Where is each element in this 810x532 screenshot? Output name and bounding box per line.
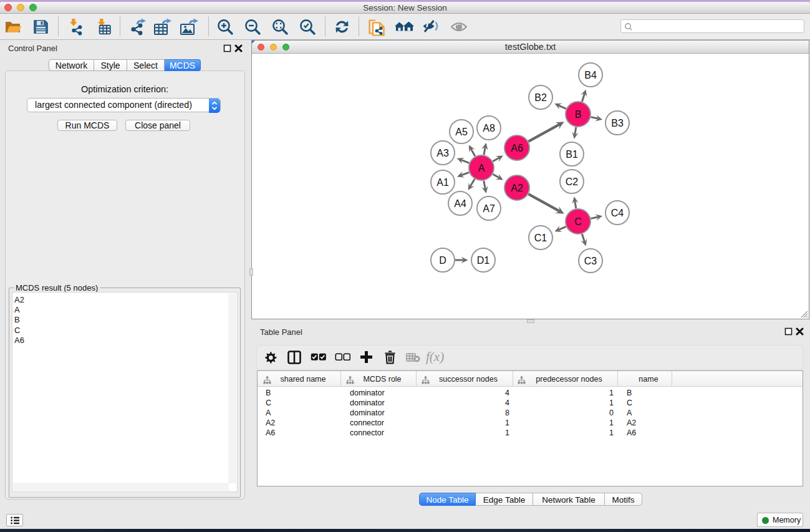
- svg-text:A4: A4: [454, 198, 466, 209]
- svg-text:A7: A7: [483, 203, 495, 214]
- svg-text:A5: A5: [455, 127, 468, 137]
- svg-text:C1: C1: [534, 233, 547, 243]
- svg-text:A8: A8: [483, 123, 495, 133]
- svg-text:D1: D1: [477, 255, 490, 266]
- svg-text:A3: A3: [436, 148, 449, 158]
- svg-text:A: A: [478, 163, 485, 173]
- svg-text:C4: C4: [611, 208, 624, 218]
- svg-text:B2: B2: [534, 92, 547, 103]
- svg-text:B4: B4: [584, 70, 597, 80]
- svg-text:C2: C2: [566, 177, 579, 187]
- svg-text:D: D: [439, 255, 446, 266]
- svg-text:A2: A2: [511, 183, 523, 193]
- svg-text:C: C: [574, 216, 582, 227]
- svg-text:A6: A6: [511, 143, 523, 153]
- svg-text:B: B: [575, 109, 582, 120]
- svg-text:B1: B1: [566, 149, 578, 160]
- svg-text:C3: C3: [584, 256, 597, 266]
- svg-text:A1: A1: [436, 177, 449, 188]
- svg-text:B3: B3: [611, 118, 624, 128]
